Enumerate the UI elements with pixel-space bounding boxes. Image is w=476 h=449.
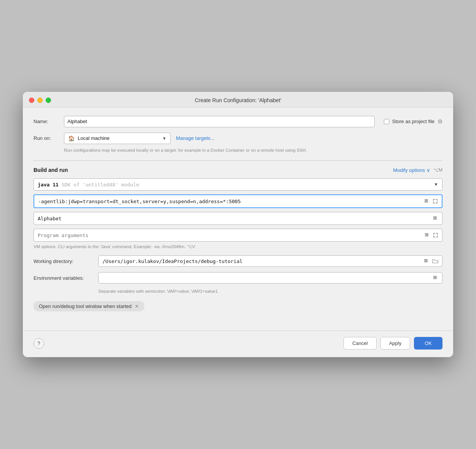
dialog: Create Run Configuration: 'Alphabet' Nam… <box>23 92 453 357</box>
program-args-expand-icon[interactable] <box>423 232 431 239</box>
store-project-checkbox[interactable] <box>384 119 389 124</box>
vm-options-expand-icon[interactable] <box>423 198 431 205</box>
svg-rect-6 <box>425 233 428 234</box>
maximize-button[interactable] <box>46 98 51 103</box>
dialog-content: Name: Store as project file ⚙ Run on: 🏠 … <box>23 107 453 330</box>
env-hint: Separate variables with semicolon: VAR=v… <box>98 289 442 293</box>
svg-rect-2 <box>425 202 428 202</box>
run-on-hint: Run configurations may be executed local… <box>64 147 442 154</box>
vm-options-row <box>34 194 442 208</box>
svg-rect-4 <box>433 218 437 218</box>
modify-options-shortcut: ⌥M <box>433 167 442 173</box>
apply-button[interactable]: Apply <box>380 337 411 350</box>
vm-hint: VM options. CLI arguments to the 'Java' … <box>34 244 442 249</box>
run-on-chevron: ▼ <box>162 136 166 141</box>
cancel-button[interactable]: Cancel <box>343 337 376 350</box>
tag-close-button[interactable]: ✕ <box>135 304 139 309</box>
vm-options-fullscreen-icon[interactable] <box>431 198 439 205</box>
svg-rect-3 <box>433 216 437 217</box>
svg-rect-9 <box>424 259 428 260</box>
help-button[interactable]: ? <box>34 338 44 349</box>
sdk-select[interactable]: java 11 SDK of 'untitled48' module ▼ <box>34 178 442 191</box>
sdk-main: java 11 <box>38 182 59 188</box>
manage-targets-link[interactable]: Manage targets... <box>176 135 214 141</box>
section-header: Build and run Modify options ∨ ⌥M <box>34 167 442 173</box>
run-on-value: Local machine <box>78 135 159 141</box>
main-class-field <box>34 212 442 225</box>
run-on-row: Run on: 🏠 Local machine ▼ Manage targets… <box>34 133 442 144</box>
env-vars-input[interactable] <box>102 275 431 281</box>
run-on-select[interactable]: 🏠 Local machine ▼ <box>64 133 171 144</box>
working-dir-field <box>98 255 442 267</box>
sdk-detail: SDK of 'untitled48' module <box>62 182 139 188</box>
gear-icon[interactable]: ⚙ <box>438 118 442 125</box>
name-input[interactable] <box>64 116 375 127</box>
svg-rect-12 <box>433 276 437 277</box>
svg-rect-1 <box>425 200 428 201</box>
bottom-bar: ? Cancel Apply OK <box>23 330 453 357</box>
main-class-input[interactable] <box>38 216 431 221</box>
svg-rect-5 <box>433 219 437 220</box>
close-button[interactable] <box>29 98 34 103</box>
chevron-down-icon: ∨ <box>426 167 430 173</box>
working-dir-label: Working directory: <box>34 258 98 264</box>
svg-rect-10 <box>424 260 428 261</box>
program-args-row <box>34 229 442 242</box>
store-project-label: Store as project file <box>392 119 434 124</box>
ok-button[interactable]: OK <box>414 337 442 350</box>
working-dir-folder-icon[interactable] <box>431 258 440 265</box>
vm-options-input[interactable] <box>38 199 423 204</box>
modify-options-label: Modify options <box>393 167 425 173</box>
svg-rect-14 <box>433 278 437 279</box>
run-on-label: Run on: <box>34 135 64 141</box>
titlebar: Create Run Configuration: 'Alphabet' <box>23 92 453 107</box>
program-args-field <box>34 229 442 242</box>
sdk-select-row: java 11 SDK of 'untitled48' module ▼ <box>34 178 442 191</box>
env-vars-field <box>98 272 442 284</box>
traffic-lights <box>29 98 51 103</box>
sdk-chevron: ▼ <box>434 182 438 187</box>
working-dir-row: Working directory: <box>34 255 442 267</box>
vm-options-field <box>34 194 442 208</box>
minimize-button[interactable] <box>37 98 43 103</box>
action-buttons: Cancel Apply OK <box>343 337 442 350</box>
svg-rect-0 <box>425 199 428 200</box>
svg-rect-8 <box>425 236 428 236</box>
working-dir-doc-icon[interactable] <box>422 258 431 265</box>
working-dir-input[interactable] <box>102 258 422 264</box>
svg-rect-11 <box>424 261 428 262</box>
program-args-input[interactable] <box>38 233 423 238</box>
dialog-title: Create Run Configuration: 'Alphabet' <box>195 97 281 103</box>
main-class-expand-icon[interactable] <box>431 215 440 222</box>
svg-rect-7 <box>425 234 428 235</box>
section-title: Build and run <box>34 167 68 173</box>
divider <box>34 160 442 161</box>
help-icon: ? <box>37 340 40 346</box>
store-project-area: Store as project file ⚙ <box>384 118 442 125</box>
name-label: Name: <box>34 119 64 124</box>
name-row: Name: Store as project file ⚙ <box>34 116 442 127</box>
svg-rect-13 <box>433 277 437 278</box>
tag-label: Open run/debug tool window when started <box>39 303 132 309</box>
env-vars-icon[interactable] <box>431 274 440 281</box>
tag-row: Open run/debug tool window when started … <box>34 301 442 311</box>
env-vars-label: Environment variables: <box>34 275 98 281</box>
env-vars-row: Environment variables: <box>34 272 442 284</box>
program-args-fullscreen-icon[interactable] <box>431 232 440 239</box>
machine-icon: 🏠 <box>68 135 75 141</box>
main-class-row <box>34 212 442 225</box>
debug-tool-window-tag: Open run/debug tool window when started … <box>34 301 144 311</box>
modify-options-button[interactable]: Modify options ∨ ⌥M <box>393 167 442 173</box>
